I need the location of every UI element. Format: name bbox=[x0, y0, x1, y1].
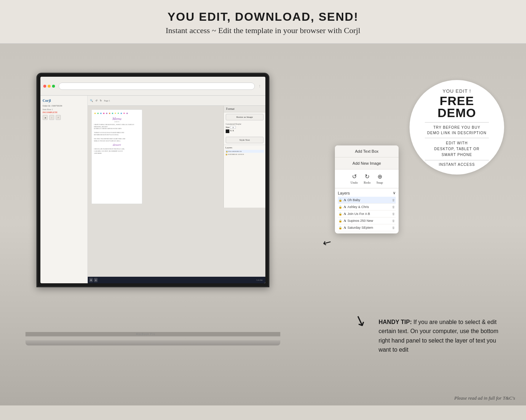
lock-icon-2: 🔒 bbox=[225, 153, 228, 155]
incomplete-badge: INCOMPLETE bbox=[43, 111, 85, 113]
header-banner: YOU EDIT, DOWNLOAD, SEND! Instant access… bbox=[0, 0, 526, 44]
layer-delete-2[interactable]: 🗑 bbox=[392, 212, 395, 216]
lock-icon-1: 🔒 bbox=[226, 150, 228, 152]
taskbar: ⊞ ◎ 7:25 PM bbox=[88, 277, 265, 283]
browser-fullscreen-dot[interactable] bbox=[52, 85, 55, 88]
star-6: ★ bbox=[108, 112, 111, 115]
font-options: Garamond Reqlar Size 11 A A bbox=[224, 122, 265, 135]
mobile-panel-tools: ↺ Undo ↻ Redo ⊕ Snap bbox=[335, 169, 399, 188]
sidebar-icon-3[interactable]: ✓ bbox=[56, 115, 61, 120]
sidebar-item-label: Item Row 1 bbox=[43, 108, 85, 111]
layer-item-2[interactable]: 🔒 A Join Us For A B 🗑 bbox=[338, 211, 396, 217]
menu-card-title: Menu bbox=[94, 116, 140, 121]
layer-a-1: PLEASEJOIN US bbox=[228, 151, 242, 152]
star-1: ★ bbox=[94, 112, 96, 115]
corjl-logo: Corjl bbox=[43, 99, 85, 103]
star-2: ★ bbox=[97, 112, 99, 115]
text-format-aa: A bbox=[232, 129, 234, 133]
layer-delete-3[interactable]: 🗑 bbox=[392, 219, 395, 223]
order-id-label: Order Id: 1500758194 bbox=[43, 105, 85, 107]
layers-panel: Layers ∨ 🔒 A Oh Baby 🗑 🔒 A Ashley & Chri… bbox=[335, 188, 399, 233]
laptop-mockup: ⋮ Corjl Order Id: 1500758194 Item Row 1 … bbox=[15, 73, 277, 345]
menu-card-sub: entrees bbox=[94, 121, 140, 123]
taskbar-item-1[interactable]: ⊞ bbox=[89, 278, 93, 282]
star-12: ★ bbox=[126, 112, 128, 115]
layer-type-0: A bbox=[344, 198, 346, 202]
dessert-text: CHOCOLATE PASSION FRUIT TRUFFLE CAKE, CA… bbox=[94, 148, 140, 154]
layer-item-3[interactable]: 🔒 A Supinos 250 New 🗑 bbox=[338, 217, 396, 224]
handy-tip-text: HANDY TIP: If you are unable to select &… bbox=[379, 317, 506, 355]
color-swatch-black[interactable] bbox=[226, 129, 229, 133]
editor-main-canvas: 🔍 ↺ ↻ Page 1 ★ ★ ★ bbox=[88, 96, 265, 283]
editor-canvas-area: ★ ★ ★ ★ ★ ★ ★ ✦ ✦ ★ bbox=[88, 106, 265, 208]
snap-tool[interactable]: ⊕ Snap bbox=[376, 173, 383, 184]
layer-type-4: A bbox=[344, 226, 346, 229]
layer-delete-0[interactable]: 🗑 bbox=[392, 199, 395, 202]
browser-menu-icon: ⋮ bbox=[258, 85, 261, 88]
layer-item-0[interactable]: 🔒 A Oh Baby 🗑 bbox=[338, 197, 396, 204]
sidebar-icon-1[interactable]: ☁ bbox=[43, 115, 48, 120]
undo-tool[interactable]: ↺ Undo bbox=[351, 173, 358, 184]
toolbar-undo-icon: ↺ bbox=[95, 99, 98, 102]
browser-close-dot[interactable] bbox=[43, 85, 46, 88]
footer-note: Please read ad in full for T&C's bbox=[454, 395, 515, 401]
demo-you-edit: YOU EDIT ! bbox=[443, 88, 471, 94]
devices-text: DESKTOP, TABLET OR bbox=[434, 147, 479, 151]
star-11: ✦ bbox=[123, 112, 125, 115]
editor-sidebar: Corjl Order Id: 1500758194 Item Row 1 IN… bbox=[40, 96, 88, 283]
browser-address-bar[interactable] bbox=[59, 83, 255, 90]
mobile-panel: Add Text Box Add New Image ↺ Undo ↻ Redo… bbox=[335, 145, 399, 233]
font-size-row: Size 11 bbox=[226, 126, 264, 129]
edit-with-text: EDIT WITH bbox=[446, 141, 468, 145]
demo-divider-1 bbox=[425, 122, 489, 123]
sidebar-icon-2[interactable]: ↓ bbox=[49, 115, 54, 120]
star-10: ★ bbox=[120, 112, 122, 115]
layer-lock-2: 🔒 bbox=[339, 212, 342, 216]
try-before-label: TRY BEFORE YOU BUY bbox=[433, 125, 480, 129]
demo-demo-label: DEMO bbox=[438, 106, 476, 120]
redo-tool[interactable]: ↻ Redo bbox=[364, 173, 371, 184]
layers-title: Layers bbox=[338, 191, 350, 195]
layer-name-1: Ashley & Chris bbox=[348, 205, 391, 209]
redo-icon: ↻ bbox=[365, 173, 369, 180]
editor-content: Corjl Order Id: 1500758194 Item Row 1 IN… bbox=[40, 96, 265, 283]
layer-lock-4: 🔒 bbox=[339, 226, 342, 229]
font-label: Garamond Reqlar bbox=[226, 123, 264, 125]
main-area: ⋮ Corjl Order Id: 1500758194 Item Row 1 … bbox=[0, 44, 526, 405]
free-demo-circle: YOU EDIT ! FREE DEMO TRY BEFORE YOU BUY … bbox=[410, 80, 504, 175]
style-text-btn[interactable]: Style Text bbox=[226, 137, 264, 143]
layer-type-3: A bbox=[344, 219, 346, 223]
layer-lock-0: 🔒 bbox=[339, 199, 342, 202]
font-size-input[interactable]: 11 bbox=[230, 126, 236, 129]
layer-item-4[interactable]: 🔒 A Saturday SEptem 🗑 bbox=[338, 224, 396, 231]
snap-icon: ⊕ bbox=[377, 173, 382, 180]
layer-name-4: Saturday SEptem bbox=[348, 226, 391, 229]
editor-toolbar: 🔍 ↺ ↻ Page 1 bbox=[88, 96, 265, 106]
laptop-screen-inner: ⋮ Corjl Order Id: 1500758194 Item Row 1 … bbox=[40, 77, 265, 283]
add-text-box-button[interactable]: Add Text Box bbox=[335, 145, 399, 157]
redo-label: Redo bbox=[364, 181, 371, 184]
layers-list: 🔒 A Oh Baby 🗑 🔒 A Ashley & Chris 🗑 🔒 A J… bbox=[338, 197, 396, 231]
add-new-image-button[interactable]: Add New Image bbox=[335, 157, 399, 169]
text-format-a: A bbox=[230, 129, 232, 133]
browser-minimize-dot[interactable] bbox=[48, 85, 51, 88]
undo-icon: ↺ bbox=[352, 173, 357, 180]
demo-edit-with-label: EDIT WITH DESKTOP, TABLET OR SMART PHONE bbox=[434, 140, 479, 158]
layer-item-1[interactable]: 🔒 A Ashley & Chris 🗑 bbox=[338, 204, 396, 211]
layer-delete-4[interactable]: 🗑 bbox=[392, 226, 395, 229]
laptop-layers-section: Layers 🔒 PLEASEJOIN US 🔒 SATURDAY AUGUS bbox=[224, 145, 265, 157]
layer-delete-1[interactable]: 🗑 bbox=[392, 205, 395, 209]
layer-type-1: A bbox=[344, 205, 346, 209]
toolbar-zoom-icon: 🔍 bbox=[90, 99, 93, 102]
handy-tip-bold: HANDY TIP: bbox=[379, 319, 412, 325]
resize-image-btn[interactable]: Resize as Image bbox=[226, 114, 264, 120]
laptop-layers-header: Layers bbox=[225, 146, 264, 149]
taskbar-clock: 7:25 PM bbox=[256, 279, 262, 281]
snap-label: Snap bbox=[376, 181, 383, 184]
star-9: ✦ bbox=[117, 112, 119, 115]
sidebar-actions: ☁ ↓ ✓ bbox=[43, 115, 85, 120]
layer-name-0: Oh Baby bbox=[348, 198, 391, 202]
demo-try-before: TRY BEFORE YOU BUY DEMO LINK IN DESCRIPT… bbox=[427, 125, 487, 136]
star-4: ★ bbox=[103, 112, 105, 115]
taskbar-item-2[interactable]: ◎ bbox=[94, 278, 98, 282]
